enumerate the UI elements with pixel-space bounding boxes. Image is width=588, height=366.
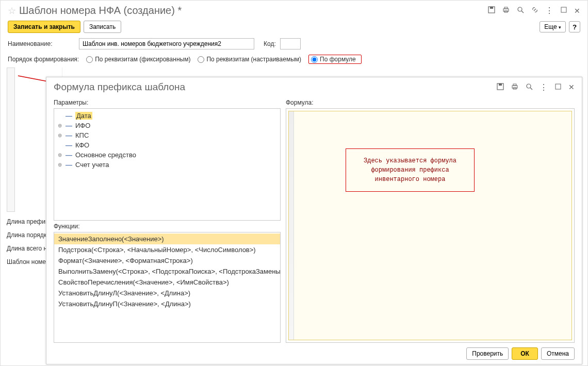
- radio-custom[interactable]: По реквизитам (настраиваемым): [198, 56, 301, 63]
- param-label: Счет учета: [75, 161, 109, 169]
- modal-close-icon[interactable]: ✕: [568, 83, 575, 91]
- svg-rect-12: [513, 84, 516, 86]
- expand-icon[interactable]: ⊕: [57, 162, 62, 168]
- modal-kebab-icon[interactable]: ⋮: [540, 82, 548, 92]
- name-row: Наименование: Код:: [8, 38, 580, 49]
- svg-rect-10: [499, 84, 502, 86]
- kebab-icon[interactable]: ⋮: [545, 6, 553, 15]
- formula-label: Формула:: [286, 99, 575, 106]
- param-item[interactable]: —Дата: [54, 111, 280, 121]
- params-label: Параметры:: [54, 99, 281, 106]
- bullet-icon: —: [66, 161, 72, 169]
- svg-point-14: [527, 84, 531, 88]
- radio-fixed[interactable]: По реквизитам (фиксированным): [86, 56, 190, 63]
- svg-rect-3: [504, 7, 508, 9]
- modal-print-icon[interactable]: [511, 82, 519, 92]
- panel-edge: [7, 68, 15, 212]
- search-icon[interactable]: [516, 6, 525, 15]
- bullet-icon: —: [66, 151, 72, 159]
- formula-panel[interactable]: Здесь указывается формула формирования п…: [286, 108, 575, 343]
- formula-editor[interactable]: Здесь указывается формула формирования п…: [288, 111, 572, 340]
- param-label: Дата: [75, 112, 92, 120]
- code-input[interactable]: [280, 38, 301, 49]
- param-item[interactable]: ⊕—ИФО: [54, 121, 280, 130]
- param-label: ИФО: [75, 122, 90, 129]
- functions-panel[interactable]: ЗначениеЗаполнено(<Значение>)Подстрока(<…: [54, 232, 281, 343]
- maximize-icon[interactable]: [560, 6, 568, 15]
- radio-formula-highlight: По формуле: [308, 55, 362, 64]
- main-toolbar: Записать и закрыть Записать Еще ▾ ?: [8, 21, 580, 33]
- formula-modal: Формула префикса шаблона ⋮ ✕ Параметры: …: [46, 77, 582, 364]
- check-button[interactable]: Проверить: [466, 347, 509, 360]
- modal-footer: Проверить ОК Отмена: [46, 343, 582, 364]
- param-item[interactable]: ⊕—КПС: [54, 130, 280, 140]
- expand-icon[interactable]: ⊕: [57, 132, 62, 138]
- bullet-icon: —: [66, 122, 72, 129]
- star-icon[interactable]: ☆: [8, 5, 16, 16]
- expand-icon[interactable]: ⊕: [57, 123, 62, 128]
- titlebar-actions: ⋮ ✕: [487, 6, 580, 15]
- more-button[interactable]: Еще ▾: [540, 21, 566, 32]
- modal-titlebar: Формула префикса шаблона ⋮ ✕: [46, 77, 582, 97]
- modal-title: Формула префикса шаблона: [54, 81, 496, 93]
- modal-body: Параметры: —Дата⊕—ИФО⊕—КПС—КФО⊕—Основное…: [46, 97, 582, 343]
- svg-rect-16: [556, 84, 561, 89]
- close-icon[interactable]: ✕: [574, 7, 580, 15]
- function-item[interactable]: УстановитьДлинуП(<Значение>, <Длина>): [54, 298, 280, 309]
- function-item[interactable]: Формат(<Значение>, <ФорматнаяСтрока>): [54, 255, 280, 266]
- function-item[interactable]: ЗначениеЗаполнено(<Значение>): [54, 234, 280, 244]
- link-icon[interactable]: [531, 6, 539, 15]
- param-label: КПС: [75, 131, 89, 139]
- modal-save-icon[interactable]: [496, 82, 504, 92]
- expand-icon[interactable]: ⊕: [57, 152, 62, 158]
- window-title: Шаблон номера НФА (создание) *: [19, 5, 487, 16]
- main-window: ☆ Шаблон номера НФА (создание) * ⋮ ✕ Зап…: [1, 1, 587, 88]
- help-button[interactable]: ?: [569, 21, 580, 32]
- svg-rect-7: [561, 7, 566, 12]
- param-label: КФО: [75, 141, 89, 149]
- param-item[interactable]: ⊕—Счет учета: [54, 160, 280, 170]
- svg-rect-1: [490, 7, 493, 9]
- functions-label: Функции:: [54, 223, 281, 230]
- svg-point-5: [518, 7, 522, 11]
- param-item[interactable]: ⊕—Основное средство: [54, 150, 280, 160]
- function-item[interactable]: СвойствоПеречисления(<Значение>, <ИмяСво…: [54, 277, 280, 288]
- radio-formula[interactable]: По формуле: [311, 56, 356, 63]
- function-item[interactable]: ВыполнитьЗамену(<Строка>, <ПодстрокаПоис…: [54, 266, 280, 277]
- svg-line-6: [521, 11, 524, 13]
- save-icon[interactable]: [487, 6, 496, 15]
- function-item[interactable]: Подстрока(<Строка>, <НачальныйНомер>, <Ч…: [54, 244, 280, 255]
- modal-maximize-icon[interactable]: [554, 82, 562, 92]
- name-input[interactable]: [79, 38, 254, 49]
- order-row: Порядок формирования: По реквизитам (фик…: [8, 55, 580, 64]
- param-label: Основное средство: [75, 151, 136, 159]
- bullet-icon: —: [66, 131, 72, 139]
- titlebar: ☆ Шаблон номера НФА (создание) * ⋮ ✕: [8, 5, 580, 16]
- bullet-icon: —: [66, 112, 72, 120]
- bullet-icon: —: [66, 141, 72, 149]
- annotation-callout: Здесь указывается формула формирования п…: [346, 148, 475, 192]
- code-label: Код:: [264, 40, 276, 47]
- modal-search-icon[interactable]: [525, 82, 533, 92]
- svg-line-15: [530, 88, 532, 90]
- order-label: Порядок формирования:: [8, 56, 79, 63]
- cancel-button[interactable]: Отмена: [541, 347, 575, 360]
- right-column: Формула: Здесь указывается формула форми…: [286, 97, 575, 343]
- save-button[interactable]: Записать: [84, 21, 121, 33]
- name-label: Наименование:: [8, 40, 75, 47]
- left-column: Параметры: —Дата⊕—ИФО⊕—КПС—КФО⊕—Основное…: [54, 97, 281, 343]
- modal-titlebar-actions: ⋮ ✕: [496, 82, 575, 92]
- param-item[interactable]: —КФО: [54, 140, 280, 150]
- function-item[interactable]: УстановитьДлинуЛ(<Значение>, <Длина>): [54, 288, 280, 298]
- editor-gutter: [289, 111, 294, 340]
- save-and-close-button[interactable]: Записать и закрыть: [8, 21, 80, 33]
- print-icon[interactable]: [502, 6, 510, 15]
- params-panel[interactable]: —Дата⊕—ИФО⊕—КПС—КФО⊕—Основное средство⊕—…: [54, 108, 281, 221]
- ok-button[interactable]: ОК: [512, 347, 538, 360]
